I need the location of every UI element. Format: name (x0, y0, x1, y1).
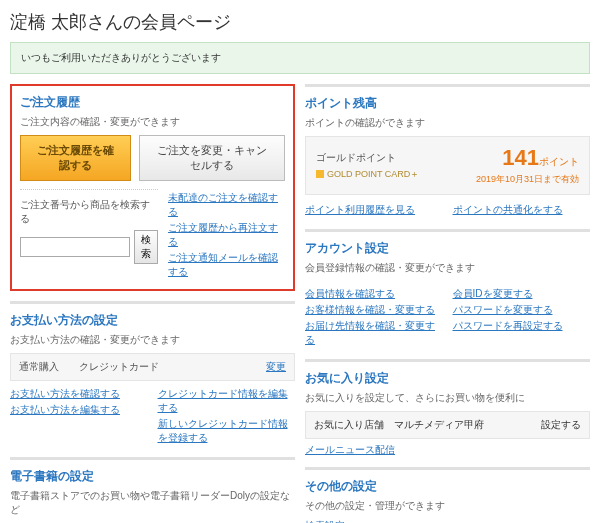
account-section: アカウント設定 会員登録情報の確認・変更ができます 会員情報を確認する お客様情… (305, 229, 590, 359)
favorite-set-link[interactable]: 設定する (541, 418, 581, 432)
account-link-id[interactable]: 会員IDを変更する (453, 288, 533, 299)
point-link-history[interactable]: ポイント利用履歴を見る (305, 204, 415, 215)
order-link-undelivered[interactable]: 未配達のご注文を確認する (168, 192, 278, 217)
point-link-share[interactable]: ポイントの共通化をする (453, 204, 563, 215)
payment-current-box: 通常購入 クレジットカード 変更 (10, 353, 295, 381)
payment-link-edit[interactable]: お支払い方法を編集する (10, 404, 120, 415)
ebook-title: 電子書籍の設定 (10, 468, 295, 485)
order-link-reorder[interactable]: ご注文履歴から再注文する (168, 222, 278, 247)
order-history-section: ご注文履歴 ご注文内容の確認・変更ができます ご注文履歴を確認する ご注文を変更… (20, 94, 285, 281)
favorite-sub: お気に入りを設定して、さらにお買い物を便利に (305, 391, 590, 405)
payment-sub: お支払い方法の確認・変更ができます (10, 333, 295, 347)
order-history-sub: ご注文内容の確認・変更ができます (20, 115, 285, 129)
point-section: ポイント残高 ポイントの確認ができます ゴールドポイント GOLD POINT … (305, 84, 590, 229)
page-title: 淀橋 太郎さんの会員ページ (10, 10, 590, 34)
gold-card-label: GOLD POINT CARD＋ (316, 168, 419, 181)
point-sub: ポイントの確認ができます (305, 116, 590, 130)
payment-section: お支払い方法の設定 お支払い方法の確認・変更ができます 通常購入 クレジットカー… (10, 301, 295, 457)
account-link-pw[interactable]: パスワードを変更する (453, 304, 553, 315)
favorite-title: お気に入り設定 (305, 370, 590, 387)
account-title: アカウント設定 (305, 240, 590, 257)
account-link-customer[interactable]: お客様情報を確認・変更する (305, 304, 435, 315)
payment-link-cc-edit[interactable]: クレジットカード情報を編集する (158, 388, 288, 413)
point-unit: ポイント (539, 156, 579, 167)
favorite-section: お気に入り設定 お気に入りを設定して、さらにお買い物を便利に お気に入り店舗 マ… (305, 359, 590, 467)
gold-card-icon (316, 170, 324, 178)
point-expiry: 2019年10月31日まで有効 (476, 173, 579, 186)
payment-link-confirm[interactable]: お支払い方法を確認する (10, 388, 120, 399)
welcome-notice: いつもご利用いただきありがとうございます (10, 42, 590, 74)
order-history-title: ご注文履歴 (20, 94, 285, 111)
other-title: その他の設定 (305, 478, 590, 495)
change-cancel-order-button[interactable]: ご注文を変更・キャンセルする (139, 135, 285, 181)
gold-point-label: ゴールドポイント (316, 151, 419, 165)
account-link-member[interactable]: 会員情報を確認する (305, 288, 395, 299)
favorite-store-box: お気に入り店舗 マルチメディア甲府 設定する (305, 411, 590, 439)
point-title: ポイント残高 (305, 95, 590, 112)
payment-change-link[interactable]: 変更 (266, 360, 286, 374)
other-section: その他の設定 その他の設定・管理ができます 検索設定 (305, 467, 590, 523)
other-sub: その他の設定・管理ができます (305, 499, 590, 513)
order-search-button[interactable]: 検索 (134, 230, 158, 264)
account-link-pw-reset[interactable]: パスワードを再設定する (453, 320, 563, 331)
ebook-section: 電子書籍の設定 電子書籍ストアでのお買い物や電子書籍リーダーDolyの設定など … (10, 457, 295, 523)
payment-link-cc-new[interactable]: 新しいクレジットカード情報を登録する (158, 418, 288, 443)
order-history-highlight: ご注文履歴 ご注文内容の確認・変更ができます ご注文履歴を確認する ご注文を変更… (10, 84, 295, 291)
point-balance-box: ゴールドポイント GOLD POINT CARD＋ 141ポイント 2019年1… (305, 136, 590, 195)
point-value: 141 (502, 145, 539, 170)
payment-title: お支払い方法の設定 (10, 312, 295, 329)
order-number-input[interactable] (20, 237, 130, 257)
account-link-address[interactable]: お届け先情報を確認・変更する (305, 320, 435, 345)
favorite-mailnews-link[interactable]: メールニュース配信 (305, 444, 395, 455)
order-search-label: ご注文番号から商品を検索する (20, 198, 158, 226)
account-sub: 会員登録情報の確認・変更ができます (305, 261, 590, 275)
order-link-notify-mail[interactable]: ご注文通知メールを確認する (168, 252, 278, 277)
confirm-order-button[interactable]: ご注文履歴を確認する (20, 135, 131, 181)
ebook-sub: 電子書籍ストアでのお買い物や電子書籍リーダーDolyの設定など (10, 489, 295, 517)
